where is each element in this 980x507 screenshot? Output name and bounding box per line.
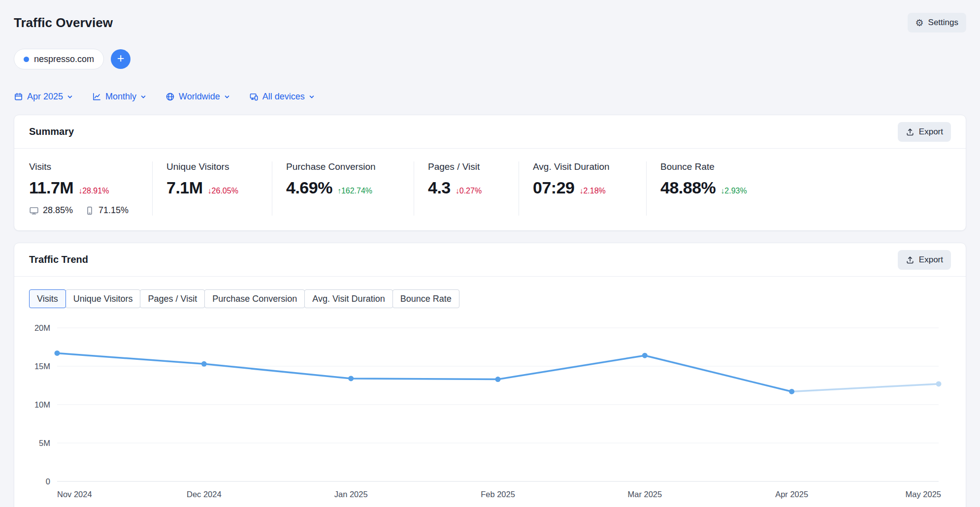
trend-line-forecast: [792, 384, 939, 392]
x-tick-label: Nov 2024: [57, 490, 92, 499]
metric-value: 4.3: [428, 178, 451, 197]
summary-title: Summary: [29, 126, 74, 137]
y-tick-label: 0: [46, 477, 50, 486]
y-tick-label: 5M: [39, 439, 50, 447]
y-tick-label: 15M: [34, 362, 50, 371]
summary-card: Summary Export Visits 11.7M ↓28.91% 28.8…: [14, 115, 966, 231]
x-tick-label: Dec 2024: [187, 490, 222, 499]
add-competitor-button[interactable]: +: [111, 49, 131, 69]
granularity-filter[interactable]: Monthly: [92, 92, 146, 102]
breadcrumb-separator-icon: ›: [107, 0, 110, 0]
breadcrumb-current: Traffic Overview: [115, 0, 171, 0]
domain-chip[interactable]: nespresso.com: [14, 49, 104, 69]
latest-updates-link[interactable]: Latest updates: [821, 0, 884, 0]
trend-tab-purchase-conversion[interactable]: Purchase Conversion: [204, 289, 305, 308]
x-tick-label: May 2025: [906, 490, 941, 499]
mobile-icon: [85, 206, 95, 216]
trend-metric-tabs: VisitsUnique VisitorsPages / VisitPurcha…: [29, 289, 951, 308]
x-tick-label: Apr 2025: [775, 490, 808, 499]
metric-value: 48.88%: [660, 178, 716, 197]
breadcrumb-separator-icon: ›: [40, 0, 42, 0]
metric-delta: ↓2.93%: [720, 187, 747, 195]
metric-label: Unique Visitors: [166, 161, 272, 172]
metric-delta: ↑162.74%: [337, 187, 372, 195]
chevron-down-icon: [224, 94, 230, 100]
trend-tab-bounce-rate[interactable]: Bounce Rate: [392, 289, 459, 308]
y-tick-label: 20M: [34, 323, 50, 332]
granularity-icon: [92, 92, 101, 101]
top-link-label: Take a tour: [764, 0, 803, 0]
trend-line: [57, 353, 792, 392]
page-title: Traffic Overview: [14, 14, 113, 31]
x-tick-label: Mar 2025: [627, 490, 662, 499]
trend-point[interactable]: [495, 377, 501, 382]
trend-tab-visits[interactable]: Visits: [29, 289, 66, 308]
settings-button[interactable]: ⚙ Settings: [908, 13, 966, 32]
domain-name: nespresso.com: [34, 54, 94, 64]
traffic-trend-card: Traffic Trend Export VisitsUnique Visito…: [14, 243, 966, 507]
domain-color-dot: [24, 57, 29, 62]
location-filter-label: Worldwide: [179, 92, 220, 102]
export-label: Export: [919, 127, 943, 137]
metric-pages-per-visit: Pages / Visit 4.3 ↓0.27%: [414, 161, 519, 216]
traffic-trend-chart[interactable]: 05M10M15M20MNov 2024Dec 2024Jan 2025Feb …: [14, 243, 966, 507]
trend-point[interactable]: [789, 389, 794, 394]
metric-value: 4.69%: [286, 178, 332, 197]
top-link-label: Send feedback: [914, 0, 966, 0]
summary-export-button[interactable]: Export: [898, 122, 951, 142]
metric-delta: ↓2.18%: [579, 187, 605, 195]
calendar-icon: [14, 92, 23, 101]
trend-tab-unique-visitors[interactable]: Unique Visitors: [65, 289, 141, 308]
devices-filter-label: All devices: [262, 92, 305, 102]
chevron-down-icon: [309, 94, 315, 100]
chevron-down-icon: [67, 94, 73, 100]
location-filter[interactable]: Worldwide: [165, 92, 230, 102]
devices-icon: [249, 92, 259, 101]
top-bar: Home › Traffic & Market › Traffic Overvi…: [0, 0, 980, 5]
metric-label: Visits: [29, 161, 152, 172]
filter-bar: Apr 2025 Monthly Worldwide All devices: [14, 92, 966, 102]
metric-label: Avg. Visit Duration: [533, 161, 646, 172]
metric-label: Pages / Visit: [428, 161, 519, 172]
desktop-icon: [29, 206, 39, 216]
metric-value: 7.1M: [166, 178, 203, 197]
summary-metrics: Visits 11.7M ↓28.91% 28.85% 71.15%: [14, 149, 966, 230]
breadcrumb: Home › Traffic & Market › Traffic Overvi…: [14, 0, 171, 0]
top-link-label: Latest updates: [832, 0, 884, 0]
breadcrumb-home[interactable]: Home: [14, 0, 35, 0]
y-tick-label: 10M: [34, 400, 50, 409]
metric-delta: ↓28.91%: [78, 187, 109, 195]
x-tick-label: Jan 2025: [334, 490, 368, 499]
trend-point[interactable]: [642, 353, 648, 358]
metric-label: Purchase Conversion: [286, 161, 414, 172]
metric-label: Bounce Rate: [660, 161, 951, 172]
desktop-share: 28.85%: [43, 205, 73, 216]
metric-unique-visitors: Unique Visitors 7.1M ↓26.05%: [152, 161, 272, 216]
devices-filter[interactable]: All devices: [249, 92, 315, 102]
metric-visits: Visits 11.7M ↓28.91% 28.85% 71.15%: [29, 161, 152, 216]
mobile-share: 71.15%: [98, 205, 129, 216]
metric-delta: ↓0.27%: [456, 187, 482, 195]
metric-delta: ↓26.05%: [208, 187, 238, 195]
export-icon: [906, 127, 915, 136]
trend-tab-avg-visit-duration[interactable]: Avg. Visit Duration: [304, 289, 392, 308]
send-feedback-link[interactable]: Send feedback: [903, 0, 966, 0]
metric-purchase-conversion: Purchase Conversion 4.69% ↑162.74%: [272, 161, 414, 216]
metric-value: 07:29: [533, 178, 574, 197]
trend-point[interactable]: [55, 350, 60, 356]
trend-point[interactable]: [201, 361, 207, 367]
granularity-filter-label: Monthly: [105, 92, 136, 102]
plus-icon: +: [117, 52, 125, 64]
trend-point[interactable]: [348, 376, 354, 381]
metric-bounce-rate: Bounce Rate 48.88% ↓2.93%: [646, 161, 951, 216]
trend-point[interactable]: [936, 381, 942, 386]
take-a-tour-link[interactable]: Take a tour: [753, 0, 803, 0]
globe-icon: [165, 92, 175, 101]
breadcrumb-traffic-market[interactable]: Traffic & Market: [47, 0, 102, 0]
metric-value: 11.7M: [29, 178, 73, 197]
trend-tab-pages-visit[interactable]: Pages / Visit: [140, 289, 205, 308]
date-filter[interactable]: Apr 2025: [14, 92, 73, 102]
date-filter-label: Apr 2025: [27, 92, 63, 102]
metric-avg-visit-duration: Avg. Visit Duration 07:29 ↓2.18%: [519, 161, 646, 216]
settings-label: Settings: [928, 18, 958, 28]
